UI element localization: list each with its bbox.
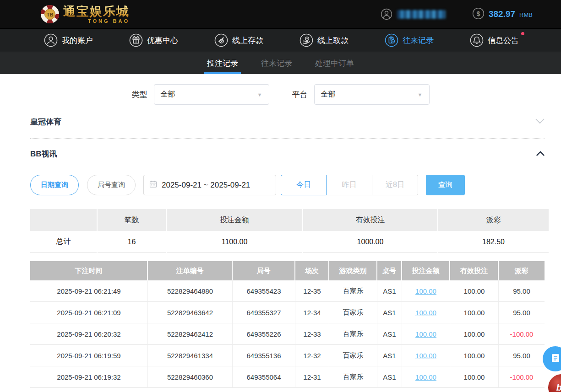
type-select-value: 全部	[161, 90, 175, 99]
bb-promo-button[interactable]: bb	[548, 374, 561, 392]
chevron-up-icon[interactable]	[536, 150, 545, 158]
cell-session: 12-35	[295, 280, 329, 302]
table-row: 2025-09-21 06:21:09 522829463642 6493553…	[30, 302, 545, 323]
summary-header-empty	[30, 209, 97, 231]
cell-bet-time: 2025-09-21 06:21:49	[30, 280, 148, 302]
records-icon	[385, 33, 398, 47]
table-row: 2025-09-21 06:19:59 522829461334 6493551…	[30, 345, 545, 366]
cell-game-type: 百家乐	[329, 345, 377, 366]
summary-header-count: 笔数	[98, 209, 166, 231]
cell-valid-bet: 100.00	[450, 323, 499, 345]
cell-table-no: AS1	[377, 280, 402, 302]
nav-deposit[interactable]: 线上存款	[214, 33, 263, 47]
nav-label: 往来记录	[403, 35, 434, 46]
dollar-coin-icon: $	[472, 7, 485, 21]
cell-game-type: 百家乐	[329, 366, 377, 388]
date-range-picker[interactable]: 2025-09-21 ~ 2025-09-21	[143, 175, 276, 195]
main-nav: 我的账户 优惠中心 线上存款	[0, 28, 561, 52]
date-range-value: 2025-09-21 ~ 2025-09-21	[162, 181, 250, 190]
col-table-no: 桌号	[377, 261, 402, 280]
summary-header-row: 笔数 投注金额 有效投注 派彩	[30, 209, 545, 231]
summary-bet-value: 1100.00	[167, 231, 302, 253]
nav-my-account[interactable]: 我的账户	[44, 33, 93, 47]
bet-amount-link[interactable]: 100.00	[402, 345, 450, 366]
col-payout: 派彩	[499, 261, 545, 280]
cell-payout: 95.00	[499, 302, 545, 323]
balance[interactable]: $ 382.97 RMB	[472, 7, 533, 21]
cell-round-id: 649355064	[233, 366, 295, 388]
cell-payout: 95.00	[499, 345, 545, 366]
cell-bet-time: 2025-09-21 06:21:09	[30, 302, 148, 323]
nav-label: 信息公告	[488, 35, 519, 46]
section-title: 皇冠体育	[30, 117, 61, 127]
bet-amount-link[interactable]: 100.00	[402, 302, 450, 323]
tab-transaction-records[interactable]: 往来记录	[259, 52, 294, 74]
customer-service-button[interactable]	[543, 346, 561, 371]
col-bet-time: 下注时间	[30, 261, 148, 280]
col-game-type: 游戏类别	[329, 261, 377, 280]
section-bb-live[interactable]: BB视讯	[30, 139, 545, 159]
yesterday-button[interactable]: 昨日	[327, 175, 372, 195]
tab-pending-orders[interactable]: 处理中订单	[313, 52, 356, 74]
cell-payout: 95.00	[499, 280, 545, 302]
date-query-button[interactable]: 日期查询	[30, 175, 79, 195]
cell-table-no: AS1	[377, 323, 402, 345]
cell-order-id: 522829462412	[148, 323, 233, 345]
caret-down-icon: ▼	[418, 92, 423, 97]
summary-total-label: 总计	[30, 231, 97, 253]
last-8-days-button[interactable]: 近8日	[372, 175, 418, 195]
calendar-icon	[149, 180, 157, 190]
cell-bet-time: 2025-09-21 06:19:59	[30, 345, 148, 366]
platform-select-value: 全部	[321, 90, 336, 99]
cell-order-id: 522829460360	[148, 366, 233, 388]
search-button[interactable]: 查询	[426, 175, 465, 195]
svg-text:TB: TB	[47, 12, 54, 17]
bet-amount-link[interactable]: 100.00	[402, 280, 450, 302]
section-title: BB视讯	[30, 149, 57, 159]
cell-session: 12-32	[295, 345, 329, 366]
notification-dot	[521, 32, 524, 35]
cell-session: 12-31	[295, 366, 329, 388]
cell-table-no: AS1	[377, 302, 402, 323]
table-row: 2025-09-21 06:21:49 522829464880 6493554…	[30, 280, 545, 302]
site-logo[interactable]: TB 通宝娱乐城 TONG BAO	[40, 5, 130, 24]
bet-amount-link[interactable]: 100.00	[402, 366, 450, 388]
cell-game-type: 百家乐	[329, 302, 377, 323]
cell-order-id: 522829463642	[148, 302, 233, 323]
round-query-button[interactable]: 局号查询	[87, 175, 136, 195]
topbar-right: $ 382.97 RMB	[381, 7, 533, 21]
deposit-icon	[214, 33, 228, 47]
username-redacted	[397, 10, 446, 19]
summary-table: 笔数 投注金额 有效投注 派彩 总计 16 1100.00 1000.00 18…	[30, 209, 545, 253]
cell-order-id: 522829461334	[148, 345, 233, 366]
platform-select[interactable]: 全部 ▼	[314, 84, 430, 105]
chevron-down-icon[interactable]	[535, 118, 545, 126]
table-row: 2025-09-21 06:19:32 522829460360 6493550…	[30, 366, 545, 388]
cell-valid-bet: 100.00	[450, 366, 499, 388]
col-session: 场次	[295, 261, 329, 280]
table-row: 2025-09-21 06:20:32 522829462412 6493552…	[30, 323, 545, 345]
cell-round-id: 649355136	[233, 345, 295, 366]
record-subtabs: 投注记录 往来记录 处理中订单	[0, 52, 561, 74]
nav-transaction-records[interactable]: 往来记录	[385, 33, 434, 47]
section-crown-sports[interactable]: 皇冠体育	[30, 105, 545, 127]
balance-amount: 382.97	[489, 9, 515, 19]
type-select[interactable]: 全部 ▼	[154, 84, 269, 105]
nav-label: 线上存款	[232, 35, 263, 46]
cell-payout-negative: -100.00	[499, 366, 545, 388]
nav-announcements[interactable]: 信息公告	[470, 33, 519, 47]
tab-bet-records[interactable]: 投注记录	[205, 52, 240, 74]
bet-amount-link[interactable]: 100.00	[402, 323, 450, 345]
nav-promotions[interactable]: 优惠中心	[129, 33, 178, 47]
summary-total-row: 总计 16 1100.00 1000.00 182.50	[30, 231, 545, 253]
cell-session: 12-34	[295, 302, 329, 323]
col-order-id: 注单编号	[148, 261, 233, 280]
bb-logo: bb	[556, 382, 561, 392]
summary-payout-value: 182.50	[438, 231, 549, 253]
today-button[interactable]: 今日	[281, 175, 327, 195]
cell-round-id: 649355423	[233, 280, 295, 302]
filter-row: 类型 全部 ▼ 平台 全部 ▼	[0, 74, 561, 105]
detail-header-row: 下注时间 注单编号 局号 场次 游戏类别 桌号 投注金额 有效投注 派彩	[30, 261, 545, 280]
nav-withdraw[interactable]: 线上取款	[300, 33, 349, 47]
user-account[interactable]	[381, 8, 446, 20]
